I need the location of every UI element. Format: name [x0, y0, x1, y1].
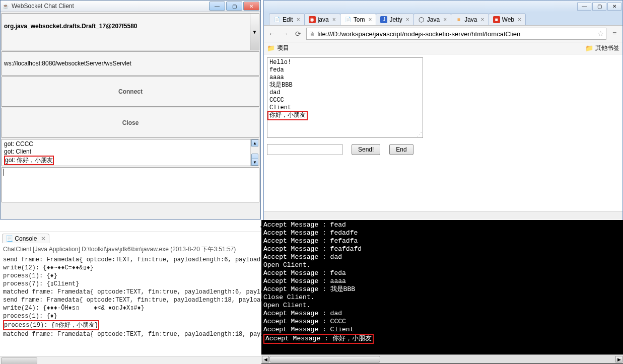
send-input[interactable] [267, 144, 342, 155]
scroll-thumb[interactable] [269, 356, 380, 362]
console-line: Accept Message : dad [263, 253, 621, 261]
close-button[interactable]: ✕ [243, 2, 259, 11]
menu-button[interactable]: ≡ [609, 29, 619, 39]
chrome-tabstrip: 📄Edit× ◉java× 📄Tom× JJetty× ◯Java× ≡Java… [264, 12, 622, 25]
tab-close-icon[interactable]: × [518, 16, 521, 23]
tab-close-icon[interactable]: × [481, 16, 484, 23]
chrome-minimize-button[interactable]: — [577, 3, 591, 11]
log-area: got: CCCC got: Client got: 你好，小朋友 ▲ ▼ [2, 139, 259, 166]
java-chat-window: ☕ WebSocket Chat Client — ▢ ✕ org.java_w… [0, 0, 261, 220]
highlighted-chat-line: 你好，小朋友 [267, 111, 308, 120]
console-line: Accept Message : 我是BBB [263, 285, 621, 294]
console-meta: ChatClient [Java Application] D:\toolkit… [0, 244, 262, 255]
chrome-toolbar: ← → ⟳ 🗎 ☆ ≡ [264, 25, 622, 42]
chat-line: Hello! [269, 59, 421, 66]
console-tab[interactable]: 📃 Console ✕ [2, 234, 49, 243]
scroll-left-button[interactable]: ◀ [262, 356, 269, 362]
dropdown-arrow-icon[interactable]: ▼ [250, 14, 259, 50]
file-icon: 📄 [344, 16, 352, 23]
tab-edit[interactable]: 📄Edit× [269, 13, 305, 25]
scroll-right-button[interactable]: ▶ [615, 356, 622, 362]
close-conn-button[interactable]: Close [2, 108, 259, 138]
console-line: Accept Message : feafdafd [263, 245, 621, 253]
tab-so[interactable]: ≡Java× [451, 13, 489, 25]
file-icon: 📄 [273, 16, 281, 23]
server-hscrollbar[interactable]: ◀ ▶ [261, 354, 623, 363]
connect-button[interactable]: Connect [2, 77, 259, 107]
url-input[interactable] [317, 30, 595, 38]
chat-line: 我是BBB [269, 82, 421, 89]
eclipse-hscrollbar[interactable] [0, 356, 262, 364]
bookmarks-bar: 📁 项目 📁 其他书签 [264, 42, 622, 54]
stackoverflow-icon: ≡ [455, 16, 462, 23]
draft-dropdown[interactable]: org.java_websocket.drafts.Draft_17@207f5… [2, 13, 259, 50]
console-line: Accept Message : fefadfa [263, 237, 621, 245]
chrome-maximize-button[interactable]: ▢ [592, 3, 606, 11]
tab-jetty[interactable]: JJetty× [376, 13, 413, 25]
message-input[interactable] [2, 167, 259, 202]
page-content: Hello! feda aaaa 我是BBB dad CCCC Client 你… [264, 54, 622, 221]
chat-line: aaaa [269, 74, 421, 82]
highlighted-console-line: Accept Message : 你好，小朋友 [263, 334, 374, 344]
chrome-hscrollbar[interactable] [264, 211, 622, 220]
bookmark-projects[interactable]: 📁 项目 [267, 44, 289, 52]
console-line: Accept Message : aaaa [263, 277, 621, 285]
java-icon: ☕ [2, 2, 10, 10]
console-line: Accept Message : dad [263, 310, 621, 318]
tab-tomcat[interactable]: 📄Tom× [340, 13, 377, 25]
bookmark-star-icon[interactable]: ☆ [597, 29, 604, 38]
console-line: Accept Message : Client [263, 326, 621, 334]
chat-textarea[interactable]: Hello! feda aaaa 我是BBB dad CCCC Client 你… [267, 57, 423, 138]
java-title: WebSocket Chat Client [12, 3, 208, 10]
chat-line: feda [269, 66, 421, 74]
red-circle-icon: ◉ [309, 16, 316, 23]
draft-dropdown-value: org.java_websocket.drafts.Draft_17@207f5… [2, 14, 140, 39]
chat-line: CCCC [269, 97, 421, 104]
close-tab-icon[interactable]: ✕ [41, 235, 46, 242]
eclipse-console: 📃 Console ✕ ChatClient [Java Application… [0, 232, 262, 364]
log-line: got: CCCC [4, 140, 257, 148]
folder-icon: 📁 [267, 44, 275, 52]
send-button[interactable]: Send! [352, 144, 380, 155]
reload-button[interactable]: ⟳ [293, 29, 303, 39]
github-icon: ◯ [418, 16, 425, 23]
console-line: Open Client. [263, 261, 621, 269]
console-line: Close Client. [263, 294, 621, 302]
chrome-titlebar: — ▢ ✕ [264, 1, 622, 12]
ws-url-field[interactable]: ws://localhost:8080/websocketServer/wsSe… [2, 51, 259, 76]
tab-github[interactable]: ◯Java× [413, 13, 451, 25]
tab-close-icon[interactable]: × [297, 16, 300, 23]
bookmark-other[interactable]: 📁 其他书签 [585, 44, 619, 52]
resize-handle-icon[interactable]: ⋰ [417, 131, 423, 137]
chat-line: dad [269, 89, 421, 97]
folder-icon: 📁 [585, 44, 593, 52]
maximize-button[interactable]: ▢ [226, 2, 242, 11]
text-caret [3, 169, 4, 176]
log-line: got: Client [4, 148, 257, 156]
tab-close-icon[interactable]: × [406, 16, 409, 23]
minimize-button[interactable]: — [209, 2, 225, 11]
console-line: Accept Message : CCCC [263, 318, 621, 326]
console-line: Accept Message : fead [263, 221, 621, 229]
scroll-down-button[interactable]: ▼ [251, 159, 258, 166]
console-line: Accept Message : fedadfe [263, 229, 621, 237]
console-line: Open Client. [263, 302, 621, 310]
tab-web[interactable]: ■Web× [489, 13, 526, 25]
ws-url-value: ws://localhost:8080/websocketServer/wsSe… [4, 60, 131, 67]
chrome-window: — ▢ ✕ 📄Edit× ◉java× 📄Tom× JJetty× ◯Java×… [263, 0, 623, 220]
chrome-close-button[interactable]: ✕ [607, 3, 621, 11]
server-console: Accept Message : fead Accept Message : f… [261, 220, 623, 364]
tab-close-icon[interactable]: × [332, 16, 336, 23]
page-icon: 🗎 [309, 30, 315, 38]
tab-close-icon[interactable]: × [368, 16, 372, 23]
end-button[interactable]: End [389, 144, 413, 155]
java-titlebar: ☕ WebSocket Chat Client — ▢ ✕ [1, 1, 260, 12]
address-bar[interactable]: 🗎 ☆ [306, 28, 606, 40]
console-output: send frame: Framedata{ optcode:TEXT, fin… [0, 255, 262, 339]
back-button[interactable]: ← [267, 29, 277, 39]
scroll-up-button[interactable]: ▲ [251, 139, 258, 147]
forward-button[interactable]: → [280, 29, 290, 39]
tab-java1[interactable]: ◉java× [304, 13, 340, 25]
tab-close-icon[interactable]: × [443, 16, 447, 23]
highlighted-console-line: process(19): {▯你好，小朋友} [3, 320, 99, 330]
